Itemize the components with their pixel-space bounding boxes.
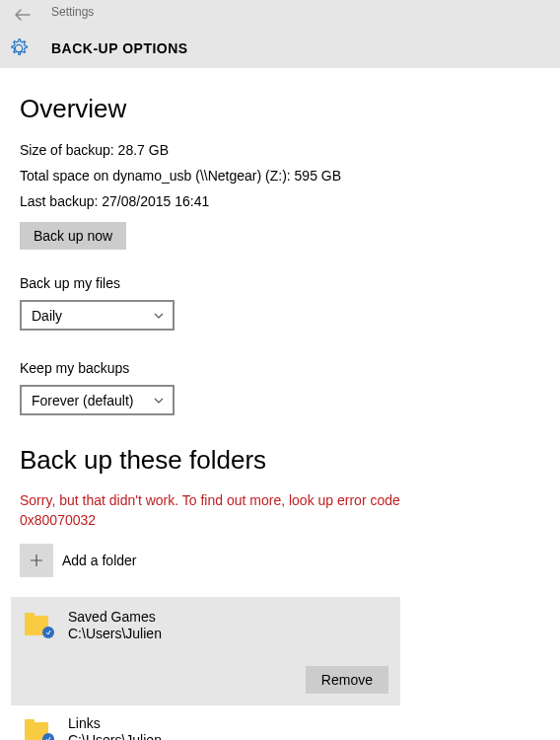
folder-item[interactable]: Links C:\Users\Julien <box>20 705 540 740</box>
back-arrow-icon[interactable] <box>15 8 31 20</box>
keep-backups-value: Forever (default) <box>32 393 133 408</box>
chevron-down-icon <box>153 395 165 407</box>
folder-name: Saved Games <box>68 609 162 626</box>
folder-icon <box>25 614 52 637</box>
folder-item-selected[interactable]: Saved Games C:\Users\Julien Remove <box>11 597 400 705</box>
folder-path: C:\Users\Julien <box>68 626 162 642</box>
folder-path: C:\Users\Julien <box>68 732 162 740</box>
settings-breadcrumb[interactable]: Settings <box>51 5 94 19</box>
backup-size-text: Size of backup: 28.7 GB <box>20 142 540 158</box>
page-title: BACK-UP OPTIONS <box>51 40 188 56</box>
folder-name: Links <box>68 715 162 732</box>
keep-backups-dropdown[interactable]: Forever (default) <box>20 385 175 415</box>
folder-row: Saved Games C:\Users\Julien <box>20 609 162 642</box>
gear-icon <box>8 37 30 59</box>
backup-now-button[interactable]: Back up now <box>20 222 126 250</box>
backup-frequency-dropdown[interactable]: Daily <box>20 300 175 331</box>
folders-heading: Back up these folders <box>20 445 540 476</box>
plus-icon <box>20 544 53 577</box>
keep-backups-label: Keep my backups <box>20 360 540 376</box>
overview-heading: Overview <box>20 94 540 124</box>
add-folder-button[interactable]: Add a folder <box>20 544 540 577</box>
add-folder-label: Add a folder <box>62 553 137 568</box>
chevron-down-icon <box>153 310 165 322</box>
remove-button[interactable]: Remove <box>306 666 388 694</box>
error-message: Sorry, but that didn't work. To find out… <box>20 491 434 530</box>
last-backup-text: Last backup: 27/08/2015 16:41 <box>20 193 540 209</box>
folder-icon <box>25 720 52 740</box>
header-bar: Settings BACK-UP OPTIONS <box>0 0 560 68</box>
backup-frequency-label: Back up my files <box>20 275 540 291</box>
total-space-text: Total space on dynamo_usb (\\Netgear) (Z… <box>20 168 540 184</box>
content-area: Overview Size of backup: 28.7 GB Total s… <box>0 68 560 740</box>
backup-frequency-value: Daily <box>32 308 62 324</box>
